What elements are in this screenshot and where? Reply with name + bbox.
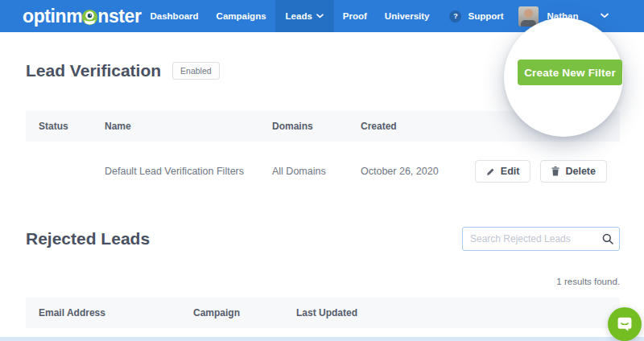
delete-button[interactable]: Delete	[540, 160, 607, 183]
section-title: Rejected Leads	[26, 229, 150, 249]
status-badge: Enabled	[172, 62, 220, 80]
main-nav: Dashboard Campaigns Leads Proof Universi…	[142, 0, 439, 32]
column-domains: Domains	[272, 121, 361, 132]
chevron-down-icon	[316, 14, 324, 18]
user-menu-chevron-icon[interactable]	[601, 13, 609, 18]
partial-table-row	[0, 337, 644, 341]
search-box	[462, 227, 620, 251]
nav-item-university[interactable]: University	[376, 0, 439, 32]
nav-item-campaigns[interactable]: Campaigns	[208, 0, 275, 32]
rejected-leads-table-header: Email Address Campaign Last Updated	[26, 298, 620, 328]
chat-bubble-icon	[616, 315, 634, 333]
column-name: Name	[105, 121, 272, 132]
rejected-leads-table: Email Address Campaign Last Updated	[26, 298, 620, 328]
create-new-filter-button[interactable]: Create New Filter	[518, 60, 622, 85]
results-count: 1 results found.	[26, 277, 620, 286]
nav-item-proof[interactable]: Proof	[334, 0, 376, 32]
column-email: Email Address	[39, 307, 193, 318]
filter-domains: All Domains	[272, 166, 361, 177]
app-screen: optinm nster Dashboard Campaigns Leads	[0, 0, 644, 341]
chat-widget-button[interactable]	[608, 307, 642, 341]
logo-text-right: nster	[97, 6, 141, 27]
table-row: Default Lead Verification Filters All Do…	[26, 142, 620, 201]
avatar[interactable]	[518, 6, 539, 27]
filter-name: Default Lead Verification Filters	[105, 166, 272, 177]
column-status: Status	[39, 121, 105, 132]
nav-item-dashboard[interactable]: Dashboard	[142, 0, 208, 32]
search-icon[interactable]	[602, 233, 613, 244]
logo-text-left: optinm	[23, 6, 82, 27]
edit-button[interactable]: Edit	[475, 160, 531, 183]
filter-created: October 26, 2020	[361, 166, 465, 177]
column-campaign: Campaign	[193, 307, 296, 318]
help-icon[interactable]: ?	[449, 10, 461, 23]
trash-icon	[551, 166, 559, 176]
optinmonster-logo[interactable]: optinm nster	[23, 6, 142, 27]
monster-icon	[81, 9, 98, 26]
pencil-icon	[486, 167, 495, 176]
column-last-updated: Last Updated	[296, 307, 607, 318]
search-input[interactable]	[462, 227, 620, 251]
nav-item-leads[interactable]: Leads	[275, 0, 334, 32]
rejected-leads-header: Rejected Leads	[26, 227, 620, 251]
page-title: Lead Verification	[26, 61, 161, 80]
nav-support[interactable]: Support	[468, 11, 503, 21]
row-actions: Edit Delete	[475, 160, 607, 183]
